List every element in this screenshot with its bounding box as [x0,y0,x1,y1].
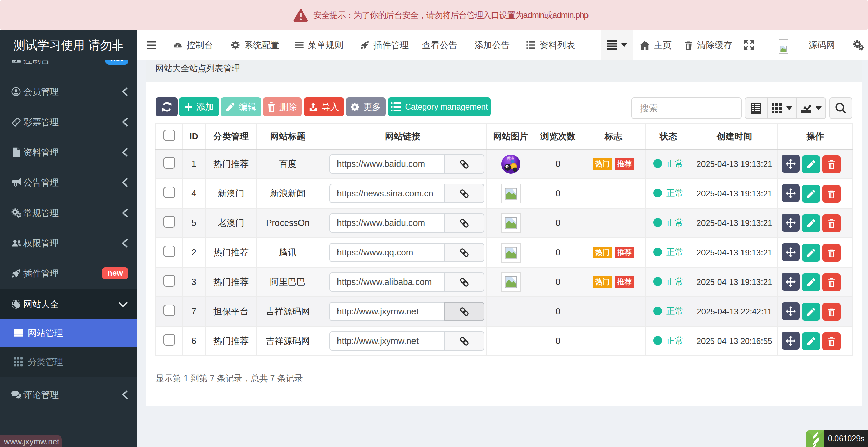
svg-text:9: 9 [506,165,508,168]
svg-text:香港: 香港 [506,156,514,160]
